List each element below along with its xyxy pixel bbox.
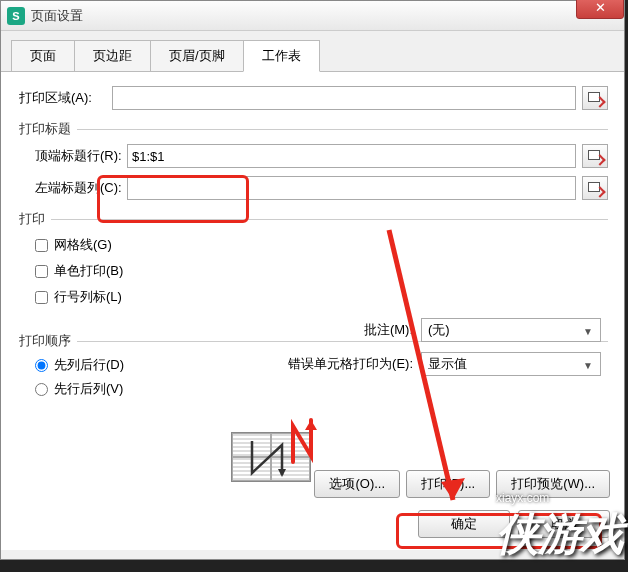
errors-row: 错误单元格打印为(E): 显示值 ▼ [271,352,601,376]
range-picker-icon [588,150,602,162]
order-arrow-icon [232,433,312,483]
errors-label: 错误单元格打印为(E): [271,355,421,373]
ok-button[interactable]: 确定 [418,510,510,538]
range-picker-icon [588,92,602,104]
print-area-input[interactable] [112,86,576,110]
top-title-picker[interactable] [582,144,608,168]
print-right-column: 批注(M): (无) ▼ 错误单元格打印为(E): 显示值 ▼ [271,318,601,386]
preview-button[interactable]: 打印预览(W)... [496,470,610,498]
left-title-row: 左端标题列(C): [17,176,608,200]
left-title-input[interactable] [127,176,576,200]
chevron-down-icon: ▼ [580,357,596,373]
tab-margins[interactable]: 页边距 [74,40,151,72]
window-title: 页面设置 [31,7,83,25]
check-rowcol[interactable]: 行号列标(L) [35,288,608,306]
check-bw[interactable]: 单色打印(B) [35,262,608,280]
tab-page[interactable]: 页面 [11,40,75,72]
dialog-buttons: 确定 取消 [418,510,610,538]
left-title-picker[interactable] [582,176,608,200]
comments-combo[interactable]: (无) ▼ [421,318,601,342]
print-area-picker[interactable] [582,86,608,110]
bw-label: 单色打印(B) [54,262,123,280]
check-gridlines[interactable]: 网格线(G) [35,236,608,254]
bw-checkbox[interactable] [35,265,48,278]
gridlines-checkbox[interactable] [35,239,48,252]
gridlines-label: 网格线(G) [54,236,112,254]
top-title-input[interactable] [127,144,576,168]
down-over-radio[interactable] [35,359,48,372]
comments-label: 批注(M): [271,321,421,339]
tab-sheet[interactable]: 工作表 [243,40,320,72]
chevron-down-icon: ▼ [580,323,596,339]
range-picker-icon [588,182,602,194]
print-button[interactable]: 打印(P)... [406,470,490,498]
svg-marker-2 [305,420,317,430]
left-title-label: 左端标题列(C): [17,179,127,197]
rowcol-label: 行号列标(L) [54,288,122,306]
over-down-label: 先行后列(V) [54,380,123,398]
print-order-icon [231,432,311,482]
section-print: 打印 [19,210,608,228]
top-title-label: 顶端标题行(R): [17,147,127,165]
top-title-row: 顶端标题行(R): [17,144,608,168]
app-icon: S [7,7,25,25]
dialog-window: S 页面设置 ✕ 页面 页边距 页眉/页脚 工作表 打印区域(A): 打印标题 … [0,0,625,560]
print-area-label: 打印区域(A): [17,89,112,107]
rowcol-checkbox[interactable] [35,291,48,304]
tab-bar: 页面 页边距 页眉/页脚 工作表 [1,31,624,72]
tab-content: 打印区域(A): 打印标题 顶端标题行(R): 左端标题列(C): 打印 网格线… [1,72,624,550]
title-bar: S 页面设置 ✕ [1,1,624,31]
close-icon: ✕ [595,0,606,15]
options-button[interactable]: 选项(O)... [314,470,400,498]
tab-header-footer[interactable]: 页眉/页脚 [150,40,244,72]
comments-row: 批注(M): (无) ▼ [271,318,601,342]
down-over-label: 先列后行(D) [54,356,124,374]
cancel-button[interactable]: 取消 [518,510,610,538]
errors-combo[interactable]: 显示值 ▼ [421,352,601,376]
section-print-titles: 打印标题 [19,120,608,138]
close-button[interactable]: ✕ [576,0,624,19]
action-buttons: 选项(O)... 打印(P)... 打印预览(W)... [314,470,610,498]
print-area-row: 打印区域(A): [17,86,608,110]
over-down-radio[interactable] [35,383,48,396]
